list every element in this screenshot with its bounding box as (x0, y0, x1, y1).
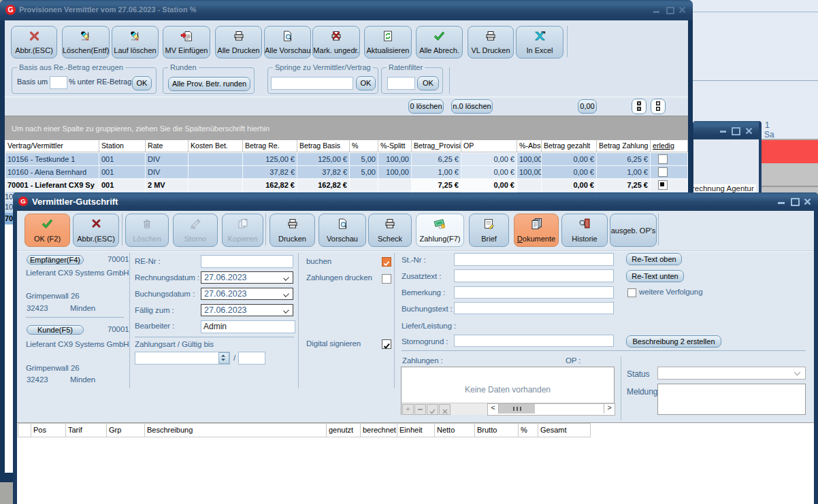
svg-text:G: G (20, 197, 26, 205)
svg-text:G: G (7, 5, 13, 14)
